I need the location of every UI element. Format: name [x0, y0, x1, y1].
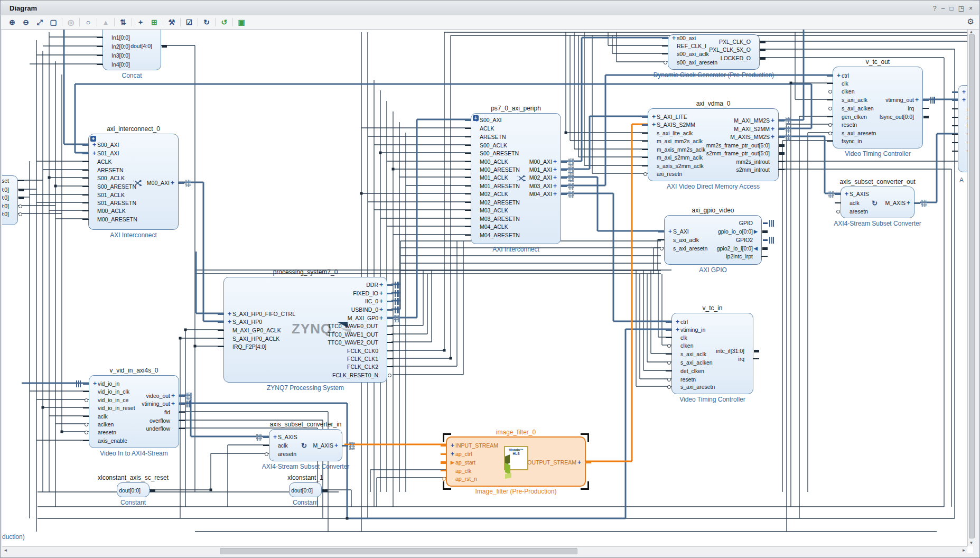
port-m_axis_mm2s_aclk[interactable]: m_axis_mm2s_aclk	[651, 146, 705, 153]
port-ip2intc_irpt[interactable]: ip2intc_irpt	[726, 253, 759, 260]
port-S_AXI_HP0[interactable]: +S_AXI_HP0	[227, 318, 262, 326]
window-control-1[interactable]: –	[941, 5, 945, 12]
port-M00_AXI[interactable]: +M00_AXI	[529, 158, 558, 165]
block-v_tc_in[interactable]: v_tc_inVideo Timing Controller+ctrl+vtim…	[671, 313, 753, 394]
validate-design-icon[interactable]: ☑	[182, 17, 196, 27]
block-xlconstant_1[interactable]: xlconstant_1Constantdout[0:0]	[289, 482, 322, 497]
port-s_axi_aresetn[interactable]: s_axi_aresetn	[667, 245, 707, 252]
port-det_clken[interactable]: det_clken	[675, 367, 704, 375]
port-ap_clk[interactable]: ap_clk	[450, 467, 471, 475]
port-IIC_0[interactable]: +IIC_0	[365, 297, 384, 305]
port-vid_io_in[interactable]: +vid_io_in	[92, 380, 119, 387]
port-vtiming_out[interactable]: +vtiming_out	[142, 400, 176, 407]
port-M02_ARESETN[interactable]: M02_ARESETN	[474, 199, 520, 206]
port-S_AXIS[interactable]: +S_AXIS	[844, 190, 869, 198]
block-axis_subset_converter_in[interactable]: axis_subset_converter_inAXI4-Stream Subs…	[269, 429, 342, 461]
port-s2mm_frame_ptr_out[5:0][interactable]: s2mm_frame_ptr_out[5:0]	[706, 150, 776, 157]
port-gpio_io_o[0:0][interactable]: ▶gpio_io_o[0:0]	[718, 228, 759, 235]
port-s2mm_introut[interactable]: s2mm_introut	[736, 166, 776, 173]
port-INPUT_STREAM[interactable]: +INPUT_STREAM	[450, 442, 498, 449]
port-fsync_in[interactable]: fsync_in	[836, 137, 862, 145]
port-aclk[interactable]: aclk	[92, 413, 108, 420]
port-M03_ARESETN[interactable]: M03_ARESETN	[474, 215, 520, 222]
port-vtiming_out[interactable]: +vtiming_out	[885, 96, 920, 104]
port-underflow[interactable]: underflow	[146, 425, 176, 432]
port-aclk[interactable]: aclk	[272, 442, 288, 449]
port-USBIND_0[interactable]: +USBIND_0	[351, 306, 384, 313]
port-vid_io_in_reset[interactable]: vid_io_in_reset	[92, 404, 135, 412]
port-M02_AXI[interactable]: +M02_AXI	[529, 174, 558, 181]
port-In3[0:0][interactable]: In3[0:0]	[106, 52, 130, 59]
port-m_axi_s2mm_aclk[interactable]: m_axi_s2mm_aclk	[651, 154, 703, 161]
window-control-4[interactable]: ×	[969, 5, 973, 12]
port-axi_resetn[interactable]: axi_resetn	[651, 170, 682, 178]
port-overflow[interactable]: overflow	[150, 417, 176, 424]
port-IRQ_F2P[4:0][interactable]: IRQ_F2P[4:0]	[227, 343, 266, 350]
port-s_axi_aclk[interactable]: s_axi_aclk	[836, 96, 867, 104]
port-s_axi_aresetn[interactable]: s_axi_aresetn	[675, 383, 715, 390]
port-M00_ARESETN[interactable]: M00_ARESETN	[91, 216, 137, 223]
port-ACLK[interactable]: ACLK	[474, 125, 494, 132]
port-OUTPUT_STREAM[interactable]: +OUTPUT_STREAM	[527, 459, 582, 466]
port-resetn[interactable]: resetn	[836, 121, 857, 128]
port-REF_CLK_I[interactable]: REF_CLK_I	[671, 42, 706, 50]
port-M00_ARESETN[interactable]: M00_ARESETN	[474, 166, 520, 173]
zoom-fit-icon[interactable]: ⤢	[33, 17, 46, 27]
port-axis_enable[interactable]: axis_enable	[92, 437, 127, 444]
block-axis_subset_converter_out[interactable]: axis_subset_converter_outAXI4-Stream Sub…	[841, 187, 914, 218]
port-In4[0:0][interactable]: In4[0:0]	[106, 61, 130, 68]
horizontal-scroll-thumb[interactable]	[220, 548, 577, 554]
port-In1[0:0][interactable]: In1[0:0]	[106, 34, 130, 41]
settings-gear-icon[interactable]: ⚙	[967, 17, 974, 26]
add-ip-icon[interactable]: +	[134, 17, 147, 27]
port-[0:0][interactable]: [0:0]	[1, 194, 15, 201]
block-axi_vdma_0[interactable]: axi_vdma_0AXI Video Direct Memory Access…	[648, 108, 779, 181]
title-bar[interactable]: Diagram ?–□◳×	[1, 1, 979, 16]
port-S_AXI_HP0_FIFO_CTRL[interactable]: +S_AXI_HP0_FIFO_CTRL	[227, 310, 295, 318]
port-s00_axi_aclk[interactable]: s00_axi_aclk	[671, 50, 709, 58]
port-M00_ACLK[interactable]: M00_ACLK	[91, 207, 126, 215]
port-ap_ctrl[interactable]: +ap_ctrl	[450, 450, 472, 458]
port-[0:0][interactable]: [0:0]	[1, 202, 15, 210]
port-resetn[interactable]: resetn	[675, 376, 696, 383]
port-intc_if[31:0][interactable]: intc_if[31:0]	[716, 347, 750, 355]
window-control-3[interactable]: ◳	[958, 5, 964, 12]
port-TTC0_WAVE2_OUT[interactable]: TTC0_WAVE2_OUT	[328, 339, 384, 346]
port-s00_axi[interactable]: +s00_axi	[671, 34, 696, 42]
expand-block-icon[interactable]: +	[473, 115, 479, 121]
block-dynamic_clock_generator[interactable]: Dynamic Clock Generator (Pre-Production)…	[668, 34, 760, 70]
processor-icon[interactable]: ▣	[235, 17, 248, 27]
port-FCLK_CLK0[interactable]: FCLK_CLK0	[347, 347, 384, 355]
port-gpio2_io_i[0:0][interactable]: ◀gpio2_io_i[0:0]	[717, 245, 759, 252]
block-xlconstant_axis_sc_reset[interactable]: xlconstant_axis_sc_resetConstantdout[0:0…	[117, 482, 150, 497]
block-v_tc_out[interactable]: v_tc_outVideo Timing Controller+ctrlclkc…	[833, 67, 923, 148]
search-icon[interactable]: ○	[81, 17, 95, 27]
port-s_axi_aclken[interactable]: s_axi_aclken	[675, 359, 713, 366]
scroll-down-arrow[interactable]: ▼	[968, 540, 975, 546]
port-s_axi_lite_aclk[interactable]: s_axi_lite_aclk	[651, 129, 693, 137]
vertical-scrollbar[interactable]: ▲▼	[967, 29, 975, 546]
port-vid_io_in_ce[interactable]: vid_io_in_ce	[92, 396, 128, 404]
zoom-selection-icon[interactable]: ▢	[46, 17, 60, 27]
scroll-right-arrow[interactable]: ►	[960, 547, 967, 554]
port-vid_io_in_clk[interactable]: vid_io_in_clk	[92, 388, 129, 395]
block-ps7_0_axi_periph[interactable]: ps7_0_axi_periphAXI Interconnect++S00_AX…	[471, 113, 561, 244]
make-connection-icon[interactable]: ⊞	[147, 17, 161, 27]
port-s_axi_aresetn[interactable]: s_axi_aresetn	[836, 129, 876, 137]
port-unnamed[interactable]: +	[961, 96, 967, 104]
port-M00_AXI[interactable]: +M00_AXI	[147, 179, 175, 187]
port-aclken[interactable]: aclken	[92, 421, 114, 428]
port-FCLK_CLK2[interactable]: FCLK_CLK2	[347, 363, 384, 370]
port-unnamed[interactable]: +	[961, 88, 967, 96]
port-DDR[interactable]: +DDR	[366, 281, 384, 289]
port-irq[interactable]: irq	[738, 355, 750, 362]
port-ARESETN[interactable]: ARESETN	[474, 133, 506, 141]
port-S_AXI_LITE[interactable]: +S_AXI_LITE	[651, 113, 687, 120]
port-[0:0][interactable]: [0:0]	[1, 186, 15, 193]
port-M_AXI_GP0[interactable]: +M_AXI_GP0	[348, 314, 384, 322]
port-vtiming_in[interactable]: +vtiming_in	[675, 326, 705, 333]
port-gen_clken[interactable]: gen_clken	[836, 113, 867, 120]
port-S_AXI[interactable]: +S_AXI	[667, 228, 689, 235]
window-control-0[interactable]: ?	[933, 5, 937, 12]
port-ctrl[interactable]: +ctrl	[836, 72, 849, 79]
